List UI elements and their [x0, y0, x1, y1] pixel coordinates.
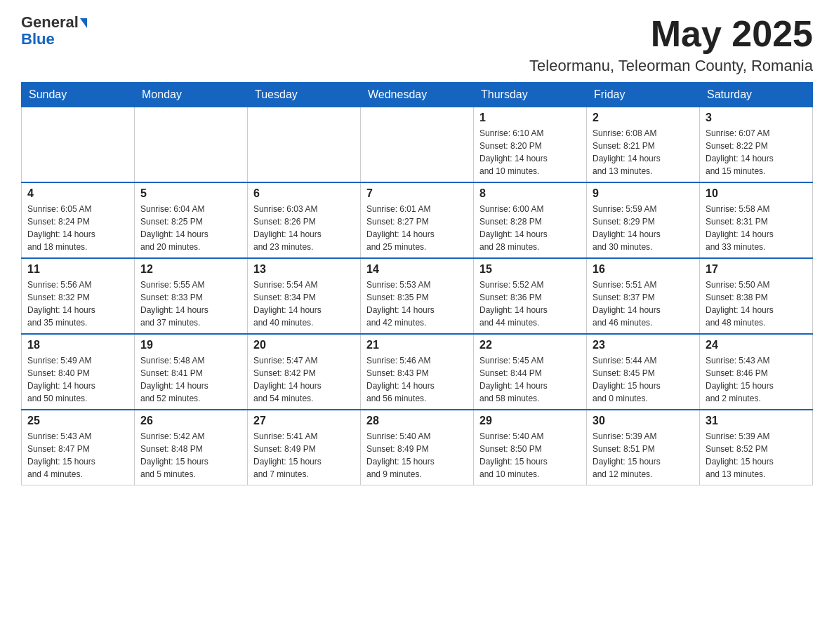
day-info: Sunrise: 6:04 AMSunset: 8:25 PMDaylight:… [140, 203, 241, 253]
day-info: Sunrise: 5:42 AMSunset: 8:48 PMDaylight:… [140, 430, 241, 481]
logo: General Blue [21, 14, 87, 48]
day-number: 5 [140, 187, 241, 200]
calendar-cell [135, 107, 248, 183]
calendar-cell: 28Sunrise: 5:40 AMSunset: 8:49 PMDayligh… [361, 410, 474, 485]
calendar-cell: 12Sunrise: 5:55 AMSunset: 8:33 PMDayligh… [135, 258, 248, 334]
day-number: 25 [27, 415, 128, 427]
location-title: Teleormanu, Teleorman County, Romania [529, 57, 813, 75]
day-number: 21 [366, 339, 468, 351]
day-number: 6 [253, 187, 355, 200]
weekday-header-thursday: Thursday [474, 83, 587, 107]
calendar-header-row: SundayMondayTuesdayWednesdayThursdayFrid… [22, 83, 813, 107]
day-number: 12 [140, 263, 241, 276]
day-info: Sunrise: 6:07 AMSunset: 8:22 PMDaylight:… [706, 127, 807, 177]
calendar-cell: 20Sunrise: 5:47 AMSunset: 8:42 PMDayligh… [248, 334, 361, 410]
calendar-cell: 19Sunrise: 5:48 AMSunset: 8:41 PMDayligh… [135, 334, 248, 410]
day-number: 22 [479, 339, 581, 351]
calendar-cell: 6Sunrise: 6:03 AMSunset: 8:26 PMDaylight… [248, 182, 361, 258]
weekday-header-tuesday: Tuesday [248, 83, 361, 107]
day-info: Sunrise: 5:51 AMSunset: 8:37 PMDaylight:… [593, 279, 694, 329]
day-info: Sunrise: 5:41 AMSunset: 8:49 PMDaylight:… [253, 430, 355, 481]
day-number: 27 [253, 415, 355, 427]
day-number: 16 [593, 263, 694, 276]
calendar-cell: 17Sunrise: 5:50 AMSunset: 8:38 PMDayligh… [700, 258, 813, 334]
weekday-header-wednesday: Wednesday [361, 83, 474, 107]
calendar-cell: 27Sunrise: 5:41 AMSunset: 8:49 PMDayligh… [248, 410, 361, 485]
day-number: 20 [253, 339, 355, 351]
day-info: Sunrise: 5:58 AMSunset: 8:31 PMDaylight:… [706, 203, 807, 253]
logo-general-text: General [21, 13, 79, 31]
day-number: 29 [479, 415, 581, 427]
day-info: Sunrise: 5:43 AMSunset: 8:46 PMDaylight:… [706, 354, 807, 405]
calendar-cell: 5Sunrise: 6:04 AMSunset: 8:25 PMDaylight… [135, 182, 248, 258]
day-number: 31 [706, 415, 807, 427]
day-info: Sunrise: 5:44 AMSunset: 8:45 PMDaylight:… [593, 354, 694, 405]
day-info: Sunrise: 5:45 AMSunset: 8:44 PMDaylight:… [479, 354, 581, 405]
calendar-cell: 23Sunrise: 5:44 AMSunset: 8:45 PMDayligh… [587, 334, 700, 410]
calendar-cell: 3Sunrise: 6:07 AMSunset: 8:22 PMDaylight… [700, 107, 813, 183]
day-info: Sunrise: 5:55 AMSunset: 8:33 PMDaylight:… [140, 279, 241, 329]
calendar-cell: 21Sunrise: 5:46 AMSunset: 8:43 PMDayligh… [361, 334, 474, 410]
day-number: 23 [593, 339, 694, 351]
day-info: Sunrise: 6:03 AMSunset: 8:26 PMDaylight:… [253, 203, 355, 253]
day-info: Sunrise: 6:10 AMSunset: 8:20 PMDaylight:… [479, 127, 581, 177]
day-info: Sunrise: 5:47 AMSunset: 8:42 PMDaylight:… [253, 354, 355, 405]
day-info: Sunrise: 5:39 AMSunset: 8:51 PMDaylight:… [593, 430, 694, 481]
logo-triangle-icon [80, 18, 87, 28]
calendar-table: SundayMondayTuesdayWednesdayThursdayFrid… [21, 82, 813, 485]
day-info: Sunrise: 5:40 AMSunset: 8:50 PMDaylight:… [479, 430, 581, 481]
day-number: 4 [27, 187, 128, 200]
day-info: Sunrise: 5:43 AMSunset: 8:47 PMDaylight:… [27, 430, 128, 481]
calendar-cell: 10Sunrise: 5:58 AMSunset: 8:31 PMDayligh… [700, 182, 813, 258]
title-area: May 2025 Teleormanu, Teleorman County, R… [529, 14, 813, 75]
day-number: 15 [479, 263, 581, 276]
weekday-header-monday: Monday [135, 83, 248, 107]
day-number: 8 [479, 187, 581, 200]
day-number: 2 [593, 112, 694, 124]
weekday-header-saturday: Saturday [700, 83, 813, 107]
day-number: 11 [27, 263, 128, 276]
calendar-cell [361, 107, 474, 183]
day-info: Sunrise: 5:50 AMSunset: 8:38 PMDaylight:… [706, 279, 807, 329]
calendar-cell: 15Sunrise: 5:52 AMSunset: 8:36 PMDayligh… [474, 258, 587, 334]
day-number: 7 [366, 187, 468, 200]
calendar-cell: 31Sunrise: 5:39 AMSunset: 8:52 PMDayligh… [700, 410, 813, 485]
day-info: Sunrise: 5:54 AMSunset: 8:34 PMDaylight:… [253, 279, 355, 329]
calendar-week-row: 1Sunrise: 6:10 AMSunset: 8:20 PMDaylight… [22, 107, 813, 183]
day-info: Sunrise: 6:01 AMSunset: 8:27 PMDaylight:… [366, 203, 468, 253]
day-number: 30 [593, 415, 694, 427]
day-number: 19 [140, 339, 241, 351]
day-number: 10 [706, 187, 807, 200]
calendar-week-row: 18Sunrise: 5:49 AMSunset: 8:40 PMDayligh… [22, 334, 813, 410]
calendar-week-row: 25Sunrise: 5:43 AMSunset: 8:47 PMDayligh… [22, 410, 813, 485]
day-info: Sunrise: 5:40 AMSunset: 8:49 PMDaylight:… [366, 430, 468, 481]
day-info: Sunrise: 5:52 AMSunset: 8:36 PMDaylight:… [479, 279, 581, 329]
day-info: Sunrise: 5:56 AMSunset: 8:32 PMDaylight:… [27, 279, 128, 329]
day-number: 17 [706, 263, 807, 276]
calendar-cell: 30Sunrise: 5:39 AMSunset: 8:51 PMDayligh… [587, 410, 700, 485]
calendar-cell [22, 107, 135, 183]
calendar-cell: 11Sunrise: 5:56 AMSunset: 8:32 PMDayligh… [22, 258, 135, 334]
day-number: 14 [366, 263, 468, 276]
calendar-cell: 4Sunrise: 6:05 AMSunset: 8:24 PMDaylight… [22, 182, 135, 258]
day-info: Sunrise: 5:46 AMSunset: 8:43 PMDaylight:… [366, 354, 468, 405]
calendar-week-row: 11Sunrise: 5:56 AMSunset: 8:32 PMDayligh… [22, 258, 813, 334]
weekday-header-friday: Friday [587, 83, 700, 107]
day-number: 18 [27, 339, 128, 351]
day-info: Sunrise: 5:49 AMSunset: 8:40 PMDaylight:… [27, 354, 128, 405]
calendar-cell: 14Sunrise: 5:53 AMSunset: 8:35 PMDayligh… [361, 258, 474, 334]
calendar-cell: 25Sunrise: 5:43 AMSunset: 8:47 PMDayligh… [22, 410, 135, 485]
calendar-cell [248, 107, 361, 183]
header: General Blue May 2025 Teleormanu, Teleor… [21, 14, 813, 75]
calendar-cell: 29Sunrise: 5:40 AMSunset: 8:50 PMDayligh… [474, 410, 587, 485]
day-info: Sunrise: 5:39 AMSunset: 8:52 PMDaylight:… [706, 430, 807, 481]
calendar-cell: 13Sunrise: 5:54 AMSunset: 8:34 PMDayligh… [248, 258, 361, 334]
day-number: 26 [140, 415, 241, 427]
day-number: 24 [706, 339, 807, 351]
calendar-cell: 7Sunrise: 6:01 AMSunset: 8:27 PMDaylight… [361, 182, 474, 258]
calendar-cell: 8Sunrise: 6:00 AMSunset: 8:28 PMDaylight… [474, 182, 587, 258]
calendar-cell: 22Sunrise: 5:45 AMSunset: 8:44 PMDayligh… [474, 334, 587, 410]
day-number: 3 [706, 112, 807, 124]
calendar-cell: 26Sunrise: 5:42 AMSunset: 8:48 PMDayligh… [135, 410, 248, 485]
calendar-cell: 1Sunrise: 6:10 AMSunset: 8:20 PMDaylight… [474, 107, 587, 183]
